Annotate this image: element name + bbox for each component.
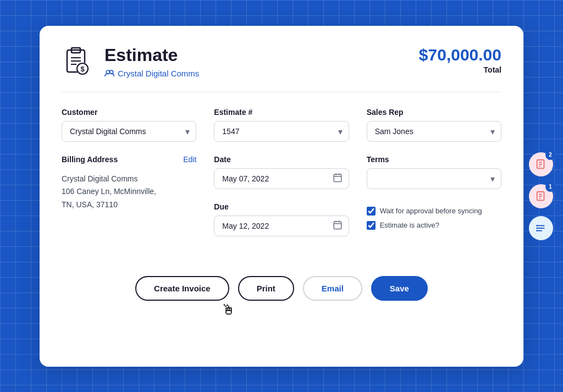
sales-rep-select-wrapper: Sam Jones ▾ bbox=[367, 121, 501, 142]
sales-rep-label: Sales Rep bbox=[367, 108, 501, 117]
mouse-cursor: 🖱 bbox=[221, 301, 235, 318]
checkbox-active[interactable] bbox=[367, 221, 376, 230]
total-label: Total bbox=[419, 65, 501, 74]
create-invoice-button[interactable]: Create Invoice bbox=[135, 276, 229, 301]
page-title: Estimate bbox=[104, 46, 199, 65]
estimate-number-group: Estimate # 1547 ▾ bbox=[214, 108, 349, 142]
billing-address-edit-link[interactable]: Edit bbox=[183, 155, 196, 164]
checkbox-active-row[interactable]: Estimate is active? bbox=[367, 221, 501, 230]
terms-group: Terms ▾ bbox=[367, 155, 501, 189]
customer-link-text: Crystal Digital Comms bbox=[118, 69, 199, 78]
card-header: $ Estimate Crystal Digital Comms $70,000… bbox=[62, 46, 501, 92]
svg-point-12 bbox=[536, 227, 538, 229]
card-footer: Create Invoice Print Email Save bbox=[62, 276, 501, 301]
svg-rect-24 bbox=[334, 174, 341, 182]
terms-label: Terms bbox=[367, 155, 501, 164]
total-amount: $70,000.00 bbox=[419, 46, 501, 64]
address-line3: TN, USA, 37110 bbox=[62, 198, 196, 212]
svg-text:$: $ bbox=[80, 65, 85, 73]
customer-link[interactable]: Crystal Digital Comms bbox=[104, 69, 199, 78]
checkboxes-section: Wait for approval before syncing Estimat… bbox=[367, 207, 501, 230]
side-panel: 2 1 bbox=[529, 152, 553, 240]
checkboxes-group: Wait for approval before syncing Estimat… bbox=[367, 202, 501, 236]
sales-rep-group: Sales Rep Sam Jones ▾ bbox=[367, 108, 501, 142]
email-button[interactable]: Email bbox=[303, 276, 362, 301]
billing-address-group: Billing Address Edit Crystal Digital Com… bbox=[62, 155, 196, 250]
print-button[interactable]: Print bbox=[238, 276, 294, 301]
side-icon-button-1[interactable]: 2 bbox=[529, 152, 553, 176]
checkbox-active-label: Estimate is active? bbox=[380, 221, 439, 229]
svg-rect-28 bbox=[334, 222, 341, 229]
due-calendar-icon[interactable] bbox=[333, 220, 343, 232]
checkbox-approval-label: Wait for approval before syncing bbox=[380, 207, 482, 215]
checkbox-approval[interactable] bbox=[367, 207, 376, 216]
checkbox-approval-row[interactable]: Wait for approval before syncing bbox=[367, 207, 501, 216]
header-left: $ Estimate Crystal Digital Comms bbox=[62, 46, 199, 79]
estimate-number-select-wrapper: 1547 ▾ bbox=[214, 121, 349, 142]
due-input[interactable] bbox=[214, 216, 349, 236]
customer-group: Customer Crystal Digital Comms ▾ bbox=[62, 108, 196, 142]
address-line1: Crystal Digital Comms bbox=[62, 173, 196, 186]
terms-select[interactable] bbox=[367, 168, 501, 189]
badge-1: 2 bbox=[545, 150, 555, 160]
main-card: $ Estimate Crystal Digital Comms $70,000… bbox=[40, 26, 523, 367]
svg-point-13 bbox=[536, 230, 538, 231]
date-input-wrapper bbox=[214, 168, 349, 189]
estimate-icon: $ bbox=[62, 46, 95, 79]
customer-select[interactable]: Crystal Digital Comms bbox=[62, 121, 196, 142]
due-input-wrapper bbox=[214, 216, 349, 236]
header-title-block: Estimate Crystal Digital Comms bbox=[104, 46, 199, 78]
date-input[interactable] bbox=[214, 168, 349, 189]
side-icon-button-3[interactable] bbox=[529, 216, 553, 240]
estimate-number-select[interactable]: 1547 bbox=[214, 121, 349, 142]
due-group: Due bbox=[214, 202, 349, 236]
estimate-number-label: Estimate # bbox=[214, 108, 349, 117]
save-button[interactable]: Save bbox=[371, 276, 428, 301]
badge-2: 1 bbox=[545, 182, 555, 192]
svg-point-11 bbox=[536, 225, 538, 227]
billing-address-label: Billing Address bbox=[62, 155, 118, 164]
side-icon-button-2[interactable]: 1 bbox=[529, 184, 553, 208]
form-grid: Customer Crystal Digital Comms ▾ Estimat… bbox=[62, 108, 501, 250]
due-label: Due bbox=[214, 202, 349, 211]
address-line2: 106 Caney Ln, McMinnville, bbox=[62, 185, 196, 198]
sales-rep-select[interactable]: Sam Jones bbox=[367, 121, 501, 142]
billing-address-label-row: Billing Address Edit bbox=[62, 155, 196, 164]
terms-select-wrapper: ▾ bbox=[367, 168, 501, 189]
customer-select-wrapper: Crystal Digital Comms ▾ bbox=[62, 121, 196, 142]
header-right: $70,000.00 Total bbox=[419, 46, 501, 74]
date-group: Date bbox=[214, 155, 349, 189]
customer-label: Customer bbox=[62, 108, 196, 117]
billing-address-text: Crystal Digital Comms 106 Caney Ln, McMi… bbox=[62, 173, 196, 212]
date-calendar-icon[interactable] bbox=[333, 173, 343, 185]
date-label: Date bbox=[214, 155, 349, 164]
